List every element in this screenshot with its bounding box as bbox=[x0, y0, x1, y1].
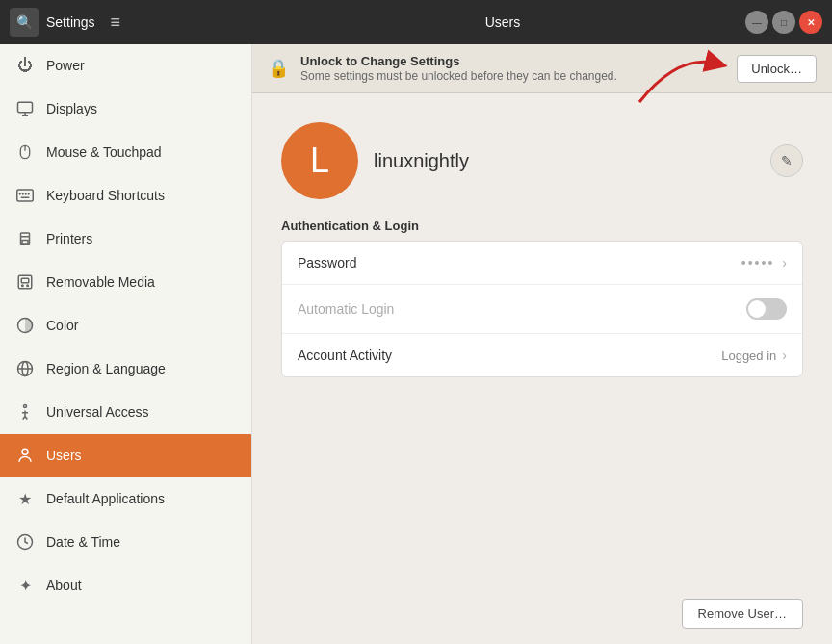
users-icon bbox=[15, 446, 35, 465]
region-icon bbox=[15, 359, 35, 378]
edit-icon: ✎ bbox=[781, 153, 793, 168]
activity-value: Logged in bbox=[721, 348, 776, 363]
sidebar-item-users[interactable]: Users bbox=[0, 434, 251, 477]
auth-list: Password ••••• › Automatic Login Account… bbox=[281, 241, 803, 377]
password-label: Password bbox=[298, 255, 741, 270]
unlock-banner-text: Unlock to Change Settings Some settings … bbox=[300, 54, 725, 83]
username-label: linuxnightly bbox=[374, 150, 755, 172]
access-icon bbox=[15, 402, 35, 422]
sidebar-item-region[interactable]: Region & Language bbox=[0, 348, 251, 391]
user-avatar: L bbox=[281, 122, 358, 199]
autologin-label: Automatic Login bbox=[298, 301, 746, 317]
displays-icon bbox=[15, 99, 35, 118]
titlebar-left: 🔍 Settings ≡ bbox=[10, 8, 260, 37]
svg-rect-12 bbox=[22, 241, 28, 245]
auth-section-title: Authentication & Login bbox=[281, 219, 803, 233]
printers-icon bbox=[15, 229, 35, 248]
sidebar-item-label: Color bbox=[46, 318, 78, 333]
sidebar-item-access[interactable]: Universal Access bbox=[0, 391, 251, 434]
remove-user-button[interactable]: Remove User… bbox=[682, 599, 803, 629]
sidebar-item-label: Date & Time bbox=[46, 534, 120, 550]
svg-point-16 bbox=[27, 285, 29, 287]
removable-icon bbox=[15, 272, 35, 292]
sidebar-item-label: Keyboard Shortcuts bbox=[46, 188, 165, 203]
search-icon: 🔍 bbox=[16, 14, 33, 30]
autologin-toggle[interactable] bbox=[746, 298, 787, 320]
sidebar-item-label: Power bbox=[46, 58, 85, 73]
window-title: Users bbox=[260, 14, 745, 30]
user-profile: L linuxnightly ✎ bbox=[252, 93, 832, 219]
close-button[interactable]: ✕ bbox=[799, 11, 822, 34]
window-controls: — □ ✕ bbox=[745, 11, 822, 34]
sidebar-item-keyboard[interactable]: Keyboard Shortcuts bbox=[0, 174, 251, 218]
activity-label: Account Activity bbox=[298, 348, 721, 363]
minimize-button[interactable]: — bbox=[745, 11, 768, 34]
sidebar-item-label: About bbox=[46, 578, 82, 593]
unlock-button[interactable]: Unlock… bbox=[737, 55, 817, 83]
mouse-icon bbox=[15, 142, 35, 162]
edit-user-button[interactable]: ✎ bbox=[770, 144, 803, 177]
sidebar-item-removable[interactable]: Removable Media bbox=[0, 261, 251, 304]
sidebar-item-about[interactable]: ✦ About bbox=[0, 564, 251, 607]
svg-point-21 bbox=[24, 405, 27, 408]
auth-item-password[interactable]: Password ••••• › bbox=[282, 242, 802, 285]
sidebar-item-displays[interactable]: Displays bbox=[0, 88, 251, 131]
svg-rect-14 bbox=[21, 278, 29, 283]
auth-item-activity[interactable]: Account Activity Logged in › bbox=[282, 334, 802, 376]
sidebar-item-label: Removable Media bbox=[46, 274, 155, 290]
svg-point-15 bbox=[22, 285, 24, 287]
svg-rect-0 bbox=[18, 102, 33, 113]
sidebar-item-color[interactable]: Color bbox=[0, 304, 251, 348]
about-icon: ✦ bbox=[15, 576, 35, 595]
sidebar-item-label: Mouse & Touchpad bbox=[46, 144, 162, 160]
auth-item-autologin[interactable]: Automatic Login bbox=[282, 285, 802, 334]
datetime-icon bbox=[15, 532, 35, 552]
app-title: Settings bbox=[46, 14, 95, 30]
titlebar: 🔍 Settings ≡ Users — □ ✕ bbox=[0, 0, 832, 44]
color-icon bbox=[15, 316, 35, 335]
defaults-icon: ★ bbox=[15, 489, 35, 508]
maximize-button[interactable]: □ bbox=[772, 11, 795, 34]
sidebar-item-label: Printers bbox=[46, 231, 92, 246]
menu-button[interactable]: ≡ bbox=[103, 9, 129, 37]
password-chevron: › bbox=[782, 255, 787, 270]
power-icon: ⏻ bbox=[15, 56, 35, 75]
sidebar-item-label: Default Applications bbox=[46, 491, 165, 506]
sidebar-item-power[interactable]: ⏻ Power bbox=[0, 44, 251, 88]
unlock-area: 🔒 Unlock to Change Settings Some setting… bbox=[252, 44, 832, 93]
sidebar-item-label: Displays bbox=[46, 101, 97, 116]
lock-icon: 🔒 bbox=[268, 58, 289, 79]
sidebar: ⏻ Power Displays Mouse & Touchpad bbox=[0, 44, 252, 644]
svg-rect-5 bbox=[17, 190, 34, 201]
unlock-banner: 🔒 Unlock to Change Settings Some setting… bbox=[252, 44, 832, 93]
activity-chevron: › bbox=[782, 348, 787, 363]
sidebar-item-printers[interactable]: Printers bbox=[0, 218, 251, 261]
svg-line-25 bbox=[25, 417, 27, 420]
auth-section: Authentication & Login Password ••••• › … bbox=[252, 219, 832, 397]
keyboard-icon bbox=[15, 186, 35, 205]
content-footer: Remove User… bbox=[252, 397, 832, 644]
sidebar-item-label: Region & Language bbox=[46, 361, 166, 376]
sidebar-item-datetime[interactable]: Date & Time bbox=[0, 521, 251, 564]
svg-point-26 bbox=[22, 449, 28, 454]
content-area: 🔒 Unlock to Change Settings Some setting… bbox=[252, 44, 832, 644]
sidebar-item-defaults[interactable]: ★ Default Applications bbox=[0, 477, 251, 521]
main-layout: ⏻ Power Displays Mouse & Touchpad bbox=[0, 44, 832, 644]
password-dots: ••••• bbox=[741, 255, 775, 270]
unlock-banner-title: Unlock to Change Settings bbox=[300, 54, 725, 68]
sidebar-item-mouse[interactable]: Mouse & Touchpad bbox=[0, 131, 251, 174]
unlock-banner-subtitle: Some settings must be unlocked before th… bbox=[300, 69, 725, 83]
search-button[interactable]: 🔍 bbox=[10, 8, 39, 37]
sidebar-item-label: Users bbox=[46, 448, 82, 463]
sidebar-item-label: Universal Access bbox=[46, 404, 149, 420]
